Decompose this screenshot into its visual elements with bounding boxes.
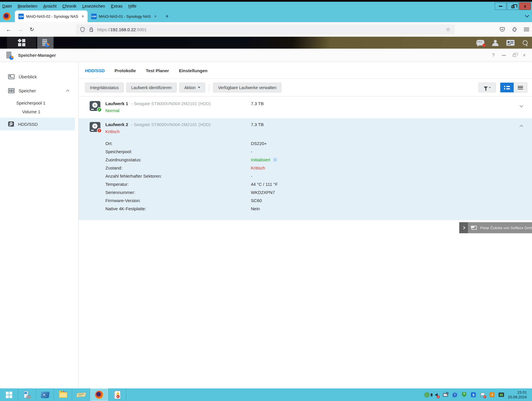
menu-datei[interactable]: Datei xyxy=(2,4,12,8)
firefox-icon[interactable] xyxy=(3,13,11,20)
taskbar-file-explorer[interactable] xyxy=(54,388,72,401)
notifications-icon[interactable] xyxy=(476,40,484,45)
lock-warning-icon[interactable] xyxy=(89,27,94,32)
compact-view-button[interactable] xyxy=(514,83,527,92)
bookmark-star-icon[interactable]: ☆ xyxy=(446,26,451,33)
user-account-icon[interactable] xyxy=(492,40,499,46)
app-restore-button[interactable] xyxy=(513,54,516,57)
browser-close-button[interactable]: x xyxy=(519,2,531,10)
browser-menubar: Datei Bearbeiten Ansicht Chronik Lesezei… xyxy=(0,2,532,10)
storage-manager-taskbar-tile[interactable] xyxy=(37,37,54,49)
drive-status: Normal xyxy=(105,108,526,113)
pocket-icon[interactable] xyxy=(499,27,505,32)
menu-extras[interactable]: Extras xyxy=(111,4,123,8)
menu-lesezeichen[interactable]: Lesezeichen xyxy=(82,4,105,8)
app-window-controls: ? × xyxy=(492,49,526,62)
taskbar-log-app[interactable]: x xyxy=(108,388,126,401)
app-titlebar[interactable]: Speicher-Manager ? × xyxy=(0,49,532,62)
menu-hamburger-icon[interactable] xyxy=(524,28,529,31)
antivirus-icon[interactable]: V xyxy=(461,392,467,398)
tab-einstellungen[interactable]: Einstellungen xyxy=(179,68,208,73)
menu-chronik[interactable]: Chronik xyxy=(62,4,76,8)
detail-row-seriennummer: Seriennummer: WKD2XPN7 xyxy=(105,188,526,196)
remote-session-overlay: Petar Čubela von Softbox GmbH xyxy=(459,222,532,233)
browser-minimize-button[interactable] xyxy=(495,2,506,10)
browser-tabbar: DSM MAIO-NAS-02 - Synology NAS × DSM MAI… xyxy=(0,10,532,22)
extensions-icon[interactable] xyxy=(512,27,517,32)
sidebar-item-ueberblick[interactable]: Überblick xyxy=(0,71,78,82)
dsm-search-icon[interactable] xyxy=(522,40,528,46)
flag-error-icon[interactable]: x xyxy=(480,392,486,398)
sidebar-label: Überblick xyxy=(19,74,37,79)
screen-share-icon[interactable] xyxy=(499,392,504,398)
storage-manager-icon xyxy=(42,39,49,47)
drive-info: Laufwerk 1 - Seagate ST8000VN004-2M2101 … xyxy=(105,101,526,113)
menu-hilfe[interactable]: Hilfe xyxy=(128,4,136,8)
drive-row-laufwerk-1[interactable]: ✓ Laufwerk 1 - Seagate ST8000VN004-2M210… xyxy=(79,97,532,117)
tab-test-planer[interactable]: Test Planer xyxy=(146,68,169,73)
aktion-dropdown-button[interactable]: Aktion xyxy=(179,83,205,92)
tab-maio-nas-01[interactable]: DSM MAIO-NAS-01 - Synology NAS × xyxy=(88,10,160,22)
list-all-tabs-icon[interactable] xyxy=(525,13,529,17)
speicher-manager-window: Speicher-Manager ? × Überblick Speicher xyxy=(0,49,532,388)
overlay-expand-button[interactable] xyxy=(459,222,468,233)
taskbar-powershell[interactable]: >_ xyxy=(36,388,54,401)
sidebar-label: Volume 1 xyxy=(22,109,40,114)
taskbar-firefox[interactable] xyxy=(90,388,108,401)
close-icon: x xyxy=(524,4,526,8)
laufwerk-identifizieren-button[interactable]: Laufwerk identifizieren xyxy=(126,83,177,92)
navbar-right-icons xyxy=(499,22,529,37)
menu-bearbeiten[interactable]: Bearbeiten xyxy=(18,4,38,8)
overview-icon xyxy=(8,74,15,79)
chevron-down-icon xyxy=(489,87,491,88)
drive-status: Kritisch xyxy=(105,129,526,134)
drive-row-laufwerk-2[interactable]: ! Laufwerk 2 - Seagate ST8000VN004-2M210… xyxy=(79,118,532,220)
tray-app-icon[interactable] xyxy=(424,392,430,398)
tab-protokolle[interactable]: Protokolle xyxy=(115,68,136,73)
app-minimize-button[interactable] xyxy=(502,55,506,56)
app-body: Überblick Speicher Speicherpool 1 Volume… xyxy=(0,62,532,388)
sidebar-item-volume-1[interactable]: Volume 1 xyxy=(0,107,78,116)
volume-muted-icon[interactable]: x xyxy=(433,392,439,398)
sidebar-item-speicherpool-1[interactable]: Speicherpool 1 xyxy=(0,98,78,107)
help-button[interactable]: ? xyxy=(492,53,495,58)
url-bar[interactable]: https://192.168.0.22:5001 ☆ xyxy=(76,24,455,34)
sidebar-item-hdd-ssd[interactable]: HDD/SSD xyxy=(0,118,75,130)
start-button[interactable] xyxy=(0,388,18,401)
view-toggle-group xyxy=(500,82,527,93)
back-button[interactable]: ← xyxy=(6,26,12,33)
app-close-button[interactable]: × xyxy=(523,53,526,58)
taskbar-clock[interactable]: 15:01 20.09.2024 xyxy=(508,390,528,400)
folder-icon xyxy=(59,392,67,398)
menu-ansicht[interactable]: Ansicht xyxy=(43,4,56,8)
widgets-icon[interactable] xyxy=(506,40,515,46)
firefox-icon xyxy=(95,391,103,399)
java-update-icon[interactable]: J xyxy=(489,392,495,398)
taskbar-scanner-app[interactable] xyxy=(72,388,90,401)
dsm-favicon: DSM xyxy=(91,14,97,19)
sidebar-item-speicher[interactable]: Speicher xyxy=(0,85,78,96)
reload-button[interactable]: ↻ xyxy=(30,26,34,33)
tab-maio-nas-02[interactable]: DSM MAIO-NAS-02 - Synology NAS × xyxy=(15,10,88,22)
browser-navbar: ← → ↻ https://192.168.0.22:5001 ☆ xyxy=(0,22,532,37)
collapse-chevron-icon[interactable] xyxy=(66,89,70,93)
tab-close-icon[interactable]: × xyxy=(81,14,84,19)
network-icon[interactable] xyxy=(443,392,448,398)
sophos-icon[interactable]: S xyxy=(471,392,476,398)
restore-icon xyxy=(511,6,515,8)
dsm-desktop-bar xyxy=(0,37,532,49)
browser-restore-button[interactable] xyxy=(507,2,519,10)
toolbar-right-group xyxy=(478,82,527,93)
tab-close-icon[interactable]: × xyxy=(154,14,157,19)
filter-button[interactable] xyxy=(478,83,496,92)
main-menu-icon[interactable] xyxy=(18,39,25,46)
verfuegbare-laufwerke-button[interactable]: Verfügbare Laufwerke verwalten xyxy=(213,83,281,92)
detail-view-button[interactable] xyxy=(500,83,514,92)
tab-hdd-ssd[interactable]: HDD/SSD xyxy=(85,68,105,73)
support-icon[interactable]: ! xyxy=(452,392,458,398)
new-tab-button[interactable]: + xyxy=(165,13,169,20)
info-icon[interactable]: i xyxy=(273,157,278,162)
integritaetsstatus-button[interactable]: Integritätsstatus xyxy=(85,83,124,92)
taskbar-system-tools[interactable] xyxy=(18,388,36,401)
shield-icon[interactable] xyxy=(80,27,85,32)
